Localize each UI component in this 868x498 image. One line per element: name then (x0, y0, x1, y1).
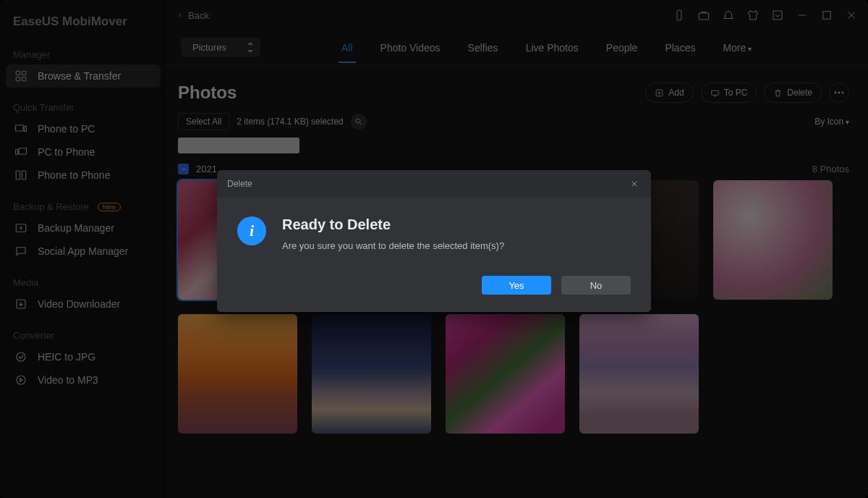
no-button[interactable]: No (561, 276, 631, 295)
info-icon: i (237, 216, 266, 245)
modal-overlay: Delete i Ready to Delete Are you sure yo… (0, 0, 868, 498)
yes-button[interactable]: Yes (482, 276, 551, 295)
dialog-buttons: Yes No (237, 276, 631, 295)
dialog-title: Ready to Delete (282, 216, 504, 233)
dialog-message: Are you sure you want to delete the sele… (282, 240, 504, 251)
dialog-header: Delete (217, 170, 651, 198)
delete-dialog: Delete i Ready to Delete Are you sure yo… (217, 170, 651, 312)
dialog-body: i Ready to Delete Are you sure you want … (217, 198, 651, 312)
dialog-header-title: Delete (227, 179, 252, 189)
dialog-close-button[interactable] (628, 177, 641, 190)
